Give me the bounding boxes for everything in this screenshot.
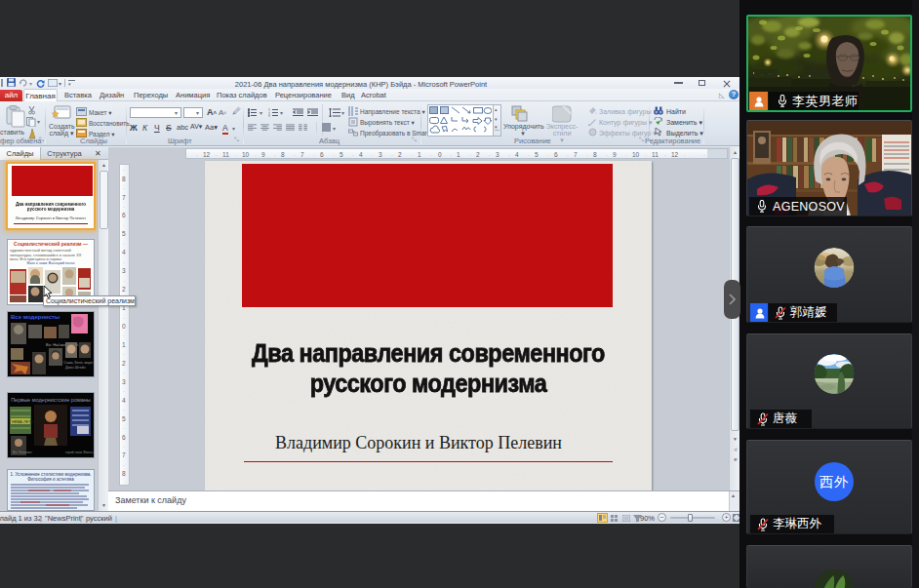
svg-text:Джон Штейн: Джон Штейн [65,366,86,370]
svg-text:3: 3 [268,115,270,118]
svg-text:герой ночи Жизнь на: герой ночи Жизнь на [65,451,94,454]
svg-text:Вл. Пелевин: Вл. Пелевин [13,451,32,454]
svg-text:Саша, Коля, маря шмц: Саша, Коля, маря шмц [63,361,94,365]
